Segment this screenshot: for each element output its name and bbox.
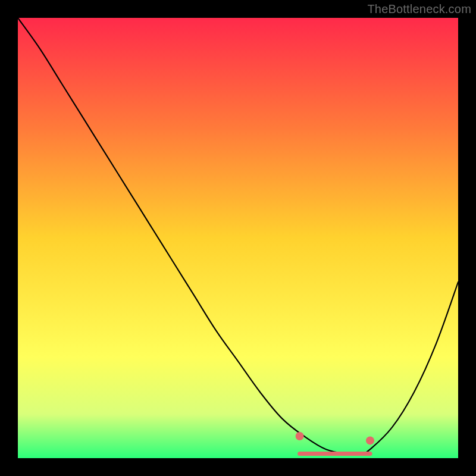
optimal-range-end-dot (366, 436, 374, 444)
plot-area (18, 18, 458, 458)
attribution-label: TheBottleneck.com (367, 2, 471, 16)
optimal-range-start-dot (296, 432, 304, 440)
chart-stage: TheBottleneck.com (0, 0, 476, 476)
bottleneck-chart (18, 18, 458, 458)
gradient-background (18, 18, 458, 458)
